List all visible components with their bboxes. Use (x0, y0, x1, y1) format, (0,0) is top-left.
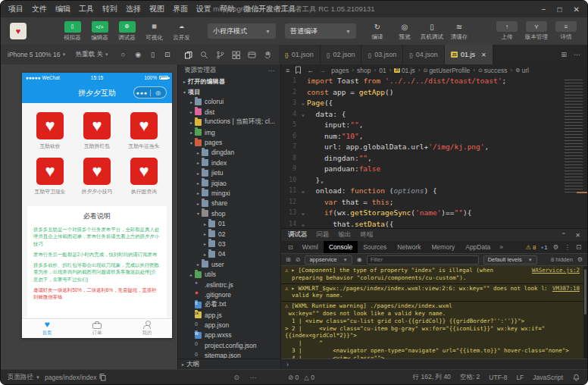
screenshot-icon[interactable]: ◉ (135, 51, 141, 58)
status-indicator[interactable]: UTF-8 (489, 373, 507, 382)
console-settings-icon[interactable]: ⚙ (577, 256, 583, 263)
tree-item[interactable]: ▸ jiqiao (178, 178, 280, 188)
source-link[interactable]: VM387:18 (552, 285, 580, 293)
toolbar-right-button[interactable]: ≡ 详情 (555, 21, 577, 41)
maximize-button[interactable]: □ (558, 5, 562, 14)
warning-count-badge[interactable]: ⚠ 8 (526, 244, 536, 251)
status-indicator[interactable]: 空格: 2 (460, 373, 480, 382)
compile-mode-select[interactable]: 普通编译▼ (285, 23, 356, 39)
tree-item[interactable]: ▸ 01 (178, 218, 280, 228)
tree-item[interactable]: app.json (178, 320, 280, 330)
devtools-tab[interactable]: AppData (460, 241, 496, 253)
minimap[interactable] (565, 80, 583, 193)
fold-icon[interactable]: ⌄ (299, 98, 307, 109)
refresh-icon[interactable]: ○ (121, 51, 125, 58)
tree-item[interactable]: ▸ functions | 当前环境: cl... (178, 117, 280, 127)
tree-item[interactable]: ▾ 项目 (178, 86, 280, 96)
tree-item[interactable]: 必看.txt (178, 300, 280, 310)
search-icon[interactable] (200, 51, 208, 59)
debugger-panel-tab[interactable]: 调试器 (288, 230, 308, 239)
hidden-messages-label[interactable]: 8 hidden (551, 256, 573, 263)
breadcrumb-item[interactable]: ⊙ getUserProfile › (424, 67, 478, 74)
toolbar-right-button[interactable]: Y 版本管理 (525, 21, 548, 41)
error-count[interactable]: ⊘ 0 (288, 374, 299, 381)
warning-count[interactable]: △ 0 (304, 374, 314, 381)
page-path-select[interactable]: 页面路径▼ (8, 373, 40, 382)
devtools-settings-icon[interactable]: ⚙ (553, 243, 559, 251)
page-path-value[interactable]: pages/index/index (45, 373, 107, 381)
tree-item[interactable]: ▸ jietu (178, 168, 280, 178)
breadcrumb-item[interactable]: 01 › (379, 67, 394, 74)
devtools-tab[interactable]: Memory (427, 241, 461, 253)
back-icon[interactable]: ← (307, 67, 314, 74)
minimize-button[interactable]: − (542, 5, 546, 14)
breadcrumb-item[interactable]: JS 01.js › (394, 67, 423, 74)
editor-tab[interactable]: JS 01.js ✕ (445, 45, 493, 64)
menu-item[interactable]: 视图 (149, 4, 164, 14)
menu-item[interactable]: 工具 (79, 4, 94, 14)
menu-item[interactable]: 设置 (196, 4, 211, 14)
console-prompt[interactable]: › (281, 358, 587, 369)
tree-item[interactable]: ▸ utils (178, 269, 280, 279)
eye-icon[interactable]: ⊙ (233, 374, 239, 381)
toolbar-action-button[interactable]: ↻ 编译 (365, 22, 389, 41)
editor-tab[interactable]: {} 03.json ✕ (361, 45, 403, 64)
more-menu-icon[interactable]: ●●● (134, 90, 150, 95)
fold-icon[interactable]: ⌄ (299, 109, 307, 121)
details-card-icon[interactable] (248, 51, 256, 59)
mini-app-grid-item[interactable]: ♥ 互助砍价 (27, 112, 74, 150)
close-panel-icon[interactable]: ✕ (575, 232, 580, 239)
code-editor[interactable]: 1import Toast from '../../../dist/toast/… (281, 76, 587, 230)
phone-tab[interactable]: 首页 (22, 319, 72, 338)
eye-icon[interactable]: ◉ (357, 256, 362, 263)
log-levels-select[interactable]: Default levels▼ (483, 255, 537, 264)
menu-item[interactable]: 转到 (102, 4, 117, 14)
toolbar-right-button[interactable]: ↑ 上传 (496, 21, 518, 41)
fold-icon[interactable]: ⌄ (299, 208, 307, 219)
breadcrumb-item[interactable]: ⚙ url › (515, 67, 529, 74)
menu-icon[interactable]: ≡ (286, 67, 289, 74)
wechat-capsule[interactable]: ●●● ◎ (133, 86, 167, 99)
mini-app-grid-item[interactable]: ♥ 执行图查询 (120, 158, 167, 196)
menu-item[interactable]: 编辑 (55, 4, 70, 14)
tree-item[interactable]: .eslintrc.js (178, 280, 280, 290)
tree-item[interactable]: .gitignore (178, 290, 280, 299)
close-tab-icon[interactable]: ✕ (481, 52, 486, 58)
phone-tab[interactable]: 我的 (122, 319, 172, 338)
mini-app-grid-item[interactable]: ♥ 互助牛运当头 (120, 112, 167, 150)
devtools-tab[interactable]: Console (324, 241, 358, 253)
mini-app-grid-item[interactable]: ♥ 拼夕夕小技巧 (74, 158, 120, 196)
fold-icon[interactable]: ⌄ (299, 186, 307, 197)
module-toggle-button[interactable]: </> 编辑器 (87, 21, 112, 42)
debugger-panel-tab[interactable]: 问题 (317, 230, 330, 239)
more-tabs-icon[interactable]: » (499, 243, 503, 251)
hand-icon[interactable] (264, 51, 272, 59)
console-message[interactable]: ⚠[WXML Runtime warning] ./pages/index/in… (281, 302, 583, 358)
console-scrollbar[interactable] (583, 266, 587, 358)
hot-reload-select[interactable]: 热重载 关 (75, 50, 102, 59)
tree-item[interactable]: ▾ pages (178, 137, 280, 147)
console-message[interactable]: ⚠▸ WXMLRT_$gwx:./pages/index/index.wxml:… (281, 284, 583, 302)
tree-item[interactable]: ▸ user (178, 259, 280, 269)
tree-item[interactable]: ▸ dist (178, 107, 280, 117)
debugger-panel-tab[interactable]: 输出 (339, 230, 352, 239)
close-button[interactable]: ✕ (574, 5, 580, 14)
console-filter-input[interactable] (367, 255, 479, 264)
detach-window-icon[interactable]: ⊡ (164, 51, 170, 58)
forward-icon[interactable]: → (319, 67, 326, 74)
split-editor-icon[interactable]: ⊞ (561, 51, 567, 58)
mini-app-grid-item[interactable]: ♥ 互助拆红包 (74, 112, 120, 150)
module-toggle-button[interactable]: ▯ 模拟器 (60, 21, 85, 42)
module-toggle-button[interactable]: ▦ 可视化 (142, 21, 167, 42)
device-select[interactable]: iPhone 5 100% 16 (8, 51, 60, 58)
close-miniprogram-icon[interactable]: ◎ (151, 89, 167, 96)
breadcrumb-item[interactable]: pages › (331, 67, 357, 74)
files-icon[interactable] (184, 51, 192, 59)
tree-item[interactable]: ▸ 04 (178, 249, 280, 259)
mode-select[interactable]: 小程序模式▼ (208, 23, 276, 39)
menu-item[interactable]: 界面 (173, 4, 188, 14)
git-branch-icon[interactable] (216, 51, 224, 59)
menu-item[interactable]: 选择 (126, 4, 141, 14)
status-indicator[interactable]: 行 162, 列 40 (413, 373, 451, 382)
tree-item[interactable]: app.wxss (178, 330, 280, 340)
